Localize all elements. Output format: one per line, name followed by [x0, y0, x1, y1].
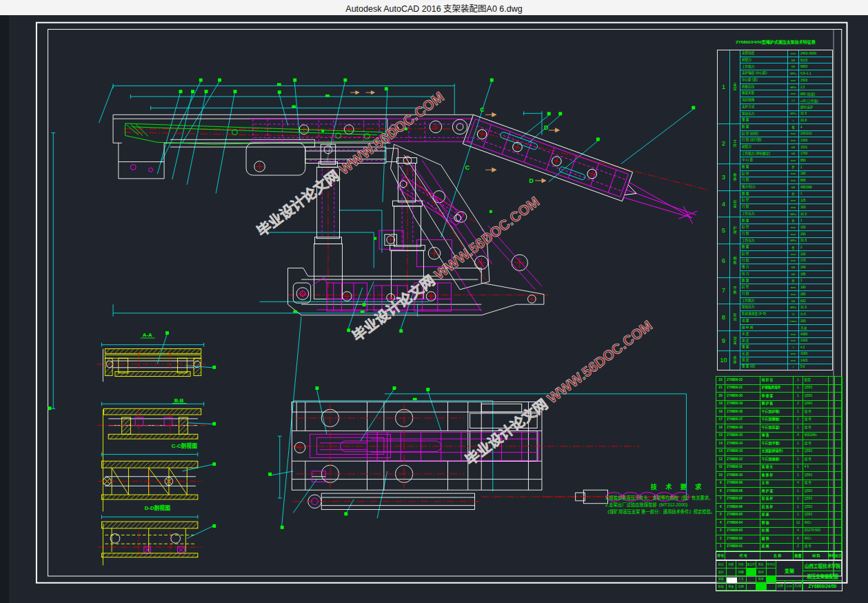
spec-group-number: 4 — [718, 191, 730, 217]
spec-group: 10底座长 度mm3180宽 度mm1420重 量 (总)t5.6 — [718, 351, 832, 370]
title-block-model-number: ZY6800/24/50 — [803, 581, 842, 591]
spec-group-number: 2 — [718, 124, 730, 164]
spec-row: 移架步距mm865 (拉架) — [740, 90, 832, 97]
spec-table: 1支架支撑高度mm2400~5000初撑力kN6125工作阻力kN6800支护强… — [717, 50, 833, 370]
section-d-d — [99, 515, 213, 565]
bom-row: 13ZY6800-13主顶梁(焊接件)1Q550 — [716, 448, 842, 457]
spec-row: 泵站压力MPa31.5 — [740, 304, 832, 311]
title-block-part-name: 支架 — [776, 561, 803, 581]
scale-value: 1:10 — [785, 581, 794, 591]
spec-row: 操 纵 阀手动 — [740, 325, 832, 331]
spec-group-number: 3 — [718, 164, 730, 190]
bom-header: 序号代 号名 称数量材 料单件总计备注 — [716, 551, 842, 560]
spec-row: 工作压力MPa31.5 — [740, 211, 832, 217]
spec-row: 泵站压力MPa31.5 — [740, 111, 832, 118]
spec-row: 缸 径mm160 — [740, 284, 832, 291]
bom-row: 11ZY6800-11连 接 头14 5 — [716, 464, 842, 473]
spec-row: 乳化液浓度 (3~5)%3~5 — [740, 311, 832, 318]
spec-row: 支护强度 (中心距)MPa0.9~1.1 — [740, 70, 832, 77]
spec-row: 缸 径mm125 — [740, 197, 832, 204]
tech-req-title: 技 术 要 求 — [605, 482, 750, 491]
bom-row: 15ZY6800-15弹 簧460Si2Mn — [716, 433, 842, 441]
spec-group: 9顶梁长 度mm4280宽 度mm1420重 量t4.2 — [718, 331, 832, 350]
cut-letter-c1: C — [480, 106, 485, 113]
spec-group-number: 9 — [718, 331, 730, 350]
spec-group-number: 5 — [718, 217, 730, 244]
spec-row: 推力/拉力kN495/368 — [740, 184, 832, 190]
label-section-aa: A-A — [143, 332, 152, 338]
spec-group: 5护帮数 量件1缸 径mm100行 程mm260工作压力MPa31.5 — [718, 217, 832, 244]
spec-group: 8泵站泵站压力MPa31.5乳化液浓度 (3~5)%3~5流 量L/min200… — [718, 304, 832, 331]
spec-row: 支护方式即时支护 — [740, 104, 832, 111]
spec-group-category: 支架 — [730, 50, 740, 123]
bom-table: 22ZY6800-22挡 矸 帘1胶带21ZY6800-21护帮板焊接件1Q55… — [716, 376, 842, 551]
label-section-dd: D-D剖视图 — [145, 504, 170, 511]
spec-row: 初撑力kN1531 — [740, 144, 832, 151]
bom-row: 20ZY6800-20伸 缩 梁1Q550 — [716, 393, 842, 401]
watermark-2: 毕业设计论文网 WWW.56DOC.COM — [349, 193, 542, 344]
spec-row: 行 程mm300 — [740, 204, 832, 211]
spec-group-number: 6 — [718, 244, 730, 277]
spec-row: 工作阻力 (单柱额定)kN1700 — [740, 151, 832, 158]
tech-req-line-2: 2.支架出厂试验应按煤炭部《MT312-2000》 — [605, 502, 750, 508]
spec-group-category: 平衡 — [730, 278, 740, 304]
title-block-drawing-name: 液压支架装配图 — [803, 571, 842, 582]
spec-group: 7平衡数 量件1缸 径mm160行 程mm280工作阻力kN632 — [718, 278, 832, 305]
bom-row: 22ZY6800-22挡 矸 帘1胶带 — [716, 377, 842, 385]
title-block-signature-grid: 标记处数分区更改文件号签名年月日设计制图校对审核工艺批准阶段重量比例 — [716, 561, 776, 591]
spec-row: 数 量件2 — [740, 244, 832, 251]
title-block-scale-row: 比例1:10共1张 — [776, 581, 803, 591]
spec-group-number: 1 — [718, 50, 730, 123]
spec-row: 长 度mm4280 — [740, 331, 832, 337]
window-title: Autodesk AutoCAD 2016 支架装配图A0 6.dwg — [345, 1, 522, 14]
spec-table-title: ZY6800/24/50型掩护式液压支架技术特征表 — [718, 39, 833, 45]
cut-letter-d1: D — [529, 177, 533, 184]
spec-row: 初撑力kN6125 — [740, 57, 832, 64]
spec-row: 行 程mm260 — [740, 231, 832, 238]
section-a-a — [97, 335, 213, 382]
spec-row: 数 量根4 — [740, 124, 832, 131]
spec-group-category: 推移 — [730, 164, 740, 190]
telescopic-beam — [125, 123, 383, 144]
bom-row: 2ZY6800-02圆 销840Cr — [716, 535, 842, 544]
spec-row: 拉 力kN185 — [740, 271, 832, 277]
bom-row: 17ZY6800-17千斤顶(侧推)2组 件 — [716, 417, 842, 425]
bom-row: 16ZY6800-16千斤顶(前梁)1组 件 — [716, 424, 842, 433]
spec-row: 缸 径 (柱径)mm230/210 — [740, 131, 832, 138]
spec-row: 工作压力MPa31.5 — [740, 238, 832, 244]
spec-row: 宽 度mm1420 — [740, 338, 832, 344]
title-block: 标记处数分区更改文件号签名年月日设计制图校对审核工艺批准阶段重量比例 支架 比例… — [716, 560, 842, 591]
spec-row: 中 心 距mm850 — [740, 157, 832, 164]
bom-row: 18ZY6800-18千斤顶(护帮)1组 件 — [716, 408, 842, 417]
spec-row: 行 程mm865 — [740, 177, 832, 184]
bom-row: 1ZY6800-01底 阀2组 件 — [716, 544, 842, 551]
spec-group-category: 侧推 — [730, 244, 740, 277]
label-section-cc: C-C剖视图 — [172, 442, 197, 449]
cut-letter-c2: C — [465, 164, 470, 171]
spec-row: 支撑高度mm2400~5000 — [740, 50, 832, 57]
spec-row: 长 度mm3180 — [740, 351, 832, 357]
spec-group-number: 7 — [718, 278, 730, 304]
spec-group: 6侧推数 量件2缸 径mm100行 程mm170推 力kN246拉 力kN185 — [718, 244, 832, 277]
spec-group: 1支架支撑高度mm2400~5000初撑力kN6125工作阻力kN6800支护强… — [718, 50, 832, 124]
section-c-c — [99, 453, 213, 512]
spec-row: 行 程mm170 — [740, 258, 832, 265]
watermark-3: 毕业设计论文网 WWW.56DOC.COM — [462, 317, 655, 468]
shield-details — [379, 161, 542, 311]
spec-row: 工作阻力kN632 — [740, 298, 832, 304]
tech-req-line-3: 《煤矿用液压支架 第一部分：通用技术条件》规定检验。 — [605, 508, 750, 515]
technical-requirements: 技 术 要 求 1.组装前各液压元件头、支架等均应按（图）有关要求。 2.支架出… — [605, 482, 750, 515]
spec-row: 底板比压MPa2.5 — [740, 84, 832, 91]
spec-row: 工作阻力kN6800 — [740, 63, 832, 70]
spec-row: 重 量 (总)t5.6 — [740, 364, 832, 370]
spec-row: 行 程mm280 — [740, 291, 832, 298]
bom-row: 19ZY6800-19侧 护 板2Q460 — [716, 401, 842, 409]
spec-row: 重 量t4.2 — [740, 344, 832, 350]
spec-group: 2立柱数 量根4缸 径 (柱径)mm230/210行 程 (总行程)mm1300… — [718, 124, 832, 164]
spec-row: 宽 度mm1420 — [740, 357, 832, 364]
spec-row: 缸 径mm100 — [740, 224, 832, 231]
spec-row: 中心距 (宽)mm1500 — [740, 77, 832, 84]
spec-group: 3推移数 量件1缸 径mm180行 程mm865推力/拉力kN495/368 — [718, 164, 832, 191]
spec-group-category: 底座 — [730, 351, 740, 370]
section-b-b — [97, 402, 213, 465]
